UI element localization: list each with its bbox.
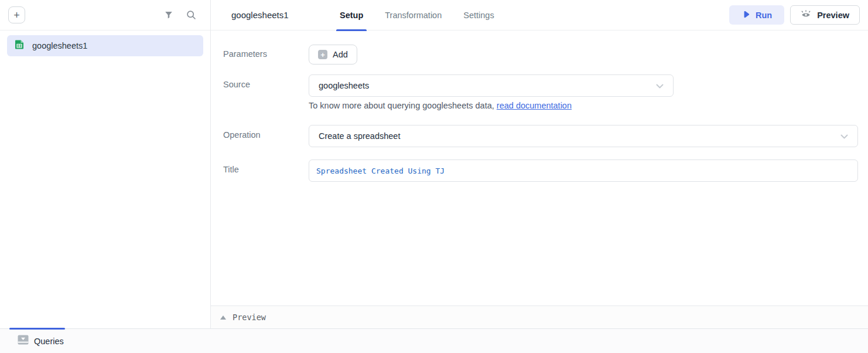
tab-setup[interactable]: Setup: [340, 0, 363, 30]
query-item-label: googlesheets1: [32, 41, 87, 50]
add-query-button[interactable]: +: [8, 6, 25, 23]
title-input[interactable]: Spreadsheet Created Using TJ: [309, 159, 858, 182]
source-field-column: googlesheets To know more about querying…: [309, 74, 674, 110]
preview-button[interactable]: Preview: [790, 5, 860, 25]
source-select-value: googlesheets: [319, 81, 369, 90]
preview-panel-toggle[interactable]: Preview: [211, 306, 868, 328]
queries-panel-icon: [18, 335, 29, 347]
operation-select[interactable]: Create a spreadsheet: [309, 125, 858, 147]
editor-tabs: Setup Transformation Settings: [340, 0, 494, 30]
source-row: Source googlesheets To know more about q…: [223, 74, 858, 110]
source-helper-prefix: To know more about querying googlesheets…: [309, 101, 497, 110]
chevron-up-icon: [220, 315, 226, 320]
title-row: Title Spreadsheet Created Using TJ: [223, 159, 858, 182]
title-input-value: Spreadsheet Created Using TJ: [316, 167, 445, 175]
parameters-label: Parameters: [223, 45, 309, 59]
query-name: googlesheets1: [231, 10, 340, 20]
chevron-down-icon: [656, 81, 664, 90]
sidebar-header: +: [0, 0, 210, 30]
operation-select-value: Create a spreadsheet: [319, 131, 400, 141]
operation-row: Operation Create a spreadsheet: [223, 125, 858, 147]
query-sidebar: + googlesheets1: [0, 0, 211, 328]
source-label: Source: [223, 74, 309, 89]
bottom-panel-bar: Queries: [0, 328, 868, 353]
eye-icon: [801, 9, 811, 21]
queries-active-indicator: [9, 328, 65, 330]
run-button[interactable]: Run: [729, 5, 784, 25]
googlesheets-icon: [14, 39, 25, 52]
read-documentation-link[interactable]: read documentation: [497, 101, 572, 110]
queries-panel-toggle[interactable]: Queries: [18, 335, 64, 347]
play-icon: [741, 10, 750, 21]
operation-label: Operation: [223, 125, 309, 140]
query-list-item-googlesheets1[interactable]: googlesheets1: [7, 35, 203, 56]
title-label: Title: [223, 159, 309, 174]
query-editor-header: googlesheets1 Setup Transformation Setti…: [211, 0, 868, 30]
add-parameter-label: Add: [333, 50, 348, 59]
plus-icon: +: [13, 10, 20, 21]
tab-transformation[interactable]: Transformation: [385, 0, 442, 30]
source-select[interactable]: googlesheets: [309, 74, 674, 97]
tab-settings[interactable]: Settings: [463, 0, 494, 30]
chevron-down-icon: [840, 131, 848, 141]
preview-panel-label: Preview: [233, 313, 266, 322]
query-list: googlesheets1: [0, 30, 210, 61]
source-helper-text: To know more about querying googlesheets…: [309, 101, 674, 110]
plus-icon: +: [318, 50, 327, 59]
query-editor-panel: googlesheets1 Setup Transformation Setti…: [211, 0, 868, 328]
header-actions: Run Preview: [729, 5, 860, 25]
preview-button-label: Preview: [817, 11, 849, 20]
queries-panel-label: Queries: [34, 337, 64, 346]
search-icon[interactable]: [186, 10, 196, 20]
add-parameter-button[interactable]: + Add: [309, 45, 357, 65]
run-button-label: Run: [756, 11, 772, 20]
parameters-row: Parameters + Add: [223, 45, 858, 65]
filter-icon[interactable]: [164, 11, 173, 20]
setup-form: Parameters + Add Source googlesheets To …: [211, 30, 868, 182]
